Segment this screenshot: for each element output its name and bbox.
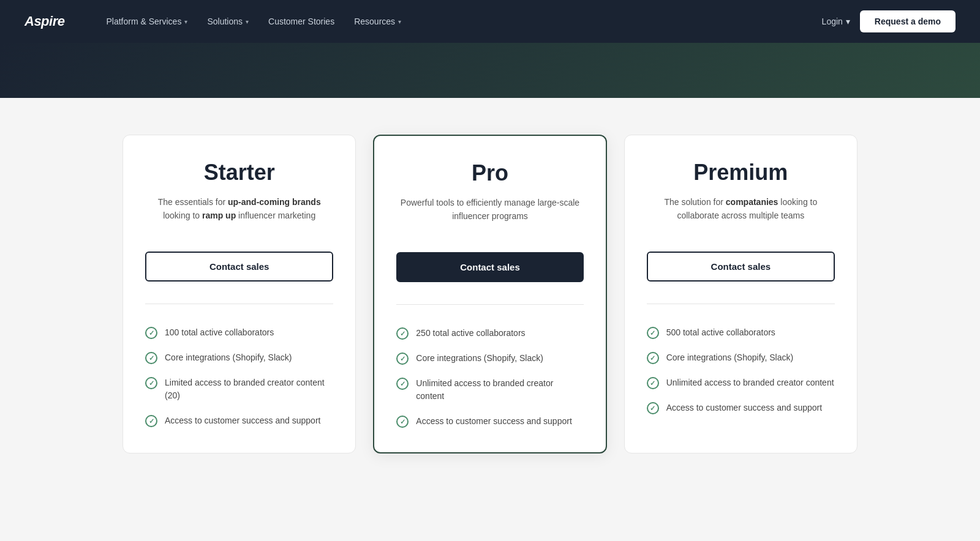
check-icon [396, 416, 409, 428]
list-item: Access to customer success and support [145, 414, 333, 427]
check-icon [145, 377, 157, 389]
hero-strip [0, 43, 980, 98]
check-icon [145, 352, 157, 364]
premium-desc: The solution for compatanies looking to … [647, 195, 835, 234]
request-demo-button[interactable]: Request a demo [860, 10, 956, 32]
premium-card: Premium The solution for compatanies loo… [624, 135, 858, 453]
nav-customer-stories[interactable]: Customer Stories [261, 12, 342, 31]
pro-features: 250 total active collaborators Core inte… [396, 327, 583, 428]
pro-title: Pro [396, 160, 583, 186]
list-item: Core integrations (Shopify, Slack) [647, 351, 835, 364]
pro-contact-btn[interactable]: Contact sales [396, 252, 583, 282]
pro-desc: Powerful tools to efficiently manage lar… [396, 196, 583, 235]
list-item: Access to customer success and support [396, 415, 583, 428]
chevron-down-icon: ▾ [398, 18, 401, 25]
nav-platform-services[interactable]: Platform & Services ▾ [99, 12, 195, 31]
list-item: Core integrations (Shopify, Slack) [145, 351, 333, 364]
pro-card: Pro Powerful tools to efficiently manage… [373, 135, 606, 453]
chevron-down-icon: ▾ [846, 17, 850, 26]
navbar: Aspire Platform & Services ▾ Solutions ▾… [0, 0, 980, 43]
list-item: Core integrations (Shopify, Slack) [396, 352, 583, 365]
nav-solutions[interactable]: Solutions ▾ [200, 12, 256, 31]
premium-features: 500 total active collaborators Core inte… [647, 326, 835, 414]
check-icon [145, 327, 157, 339]
premium-title: Premium [647, 160, 835, 185]
nav-links: Platform & Services ▾ Solutions ▾ Custom… [99, 12, 802, 31]
starter-title: Starter [145, 160, 333, 185]
divider [145, 304, 333, 304]
check-icon [396, 378, 409, 390]
list-item: 100 total active collaborators [145, 326, 333, 339]
check-icon [647, 352, 659, 364]
starter-contact-btn[interactable]: Contact sales [145, 252, 333, 282]
login-button[interactable]: Login ▾ [822, 17, 850, 26]
starter-features: 100 total active collaborators Core inte… [145, 326, 333, 427]
check-icon [396, 353, 409, 365]
check-icon [647, 402, 659, 414]
nav-resources[interactable]: Resources ▾ [347, 12, 409, 31]
chevron-down-icon: ▾ [246, 18, 249, 25]
check-icon [647, 327, 659, 339]
pricing-grid: Starter The essentials for up-and-coming… [123, 135, 858, 453]
list-item: 500 total active collaborators [647, 326, 835, 339]
premium-contact-btn[interactable]: Contact sales [647, 252, 835, 282]
check-icon [145, 415, 157, 427]
site-logo[interactable]: Aspire [24, 13, 64, 29]
list-item: 250 total active collaborators [396, 327, 583, 340]
chevron-down-icon: ▾ [184, 18, 187, 25]
divider [647, 304, 835, 304]
nav-right: Login ▾ Request a demo [822, 10, 956, 32]
starter-card: Starter The essentials for up-and-coming… [123, 135, 356, 453]
starter-desc: The essentials for up-and-coming brands … [145, 195, 333, 234]
check-icon [396, 327, 409, 340]
list-item: Limited access to branded creator conten… [145, 376, 333, 402]
list-item: Unlimited access to branded creator cont… [647, 376, 835, 389]
list-item: Access to customer success and support [647, 401, 835, 414]
list-item: Unlimited access to branded creator cont… [396, 377, 583, 403]
pricing-section: Starter The essentials for up-and-coming… [0, 98, 980, 541]
divider [396, 304, 583, 305]
check-icon [647, 377, 659, 389]
